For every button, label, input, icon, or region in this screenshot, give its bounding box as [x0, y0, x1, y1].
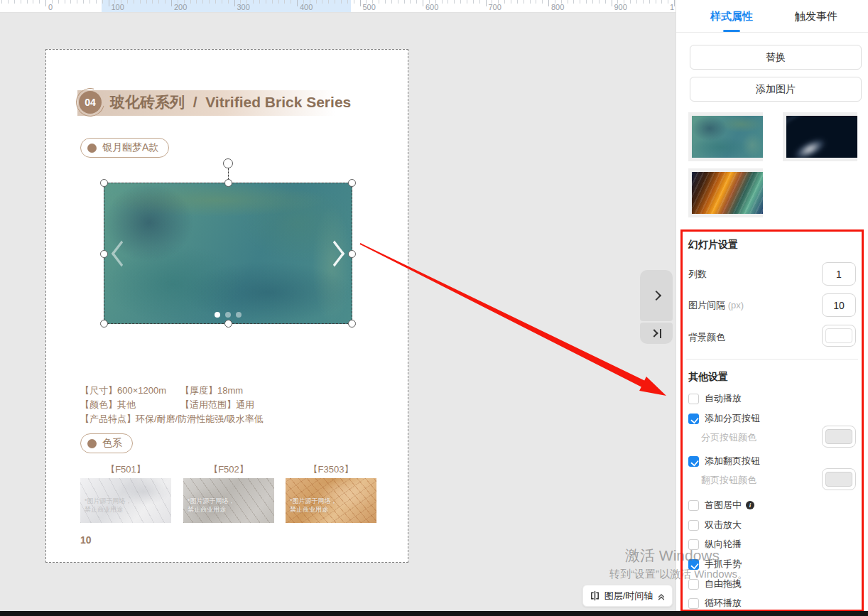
tab-trigger-events[interactable]: 触发事件: [795, 0, 837, 33]
rotation-stem: [228, 168, 229, 180]
bg-color-swatch[interactable]: [822, 325, 856, 347]
image-carousel[interactable]: [104, 183, 352, 324]
thumbnail-orange-streaks[interactable]: [692, 172, 763, 214]
checkbox-row-hand-gesture[interactable]: 手抓手势: [688, 558, 742, 571]
artboard-page[interactable]: 04 玻化砖系列 / Vitrified Brick Series 银月幽梦A款: [45, 49, 408, 563]
app-window: 01002003004005006007008009001 04 玻化砖系列 /…: [0, 0, 868, 616]
checkbox-row-vertical-loop[interactable]: 纵向轮播: [688, 538, 742, 551]
selection-handle-n[interactable]: [224, 179, 232, 187]
slideshow-settings-title: 幻灯片设置: [688, 239, 738, 252]
carousel-prev-icon[interactable]: [112, 240, 131, 266]
flip-color-label: 翻页按钮颜色: [701, 474, 756, 487]
section-number-badge: 04: [79, 91, 102, 114]
thumbnail-teal-texture[interactable]: [692, 116, 763, 158]
canvas-page-nav: [640, 270, 673, 344]
carousel-dot[interactable]: [236, 312, 242, 318]
checkbox-label: 首图居中: [705, 499, 742, 512]
bottom-window-edge: [0, 611, 868, 616]
thumbnail-card[interactable]: [688, 112, 763, 161]
carousel-dot[interactable]: [225, 312, 231, 318]
selection-handle-nw[interactable]: [100, 179, 108, 187]
checkbox-icon[interactable]: [688, 579, 699, 590]
checkbox-checked-icon[interactable]: [688, 414, 699, 424]
section-divider: [686, 359, 858, 360]
rotation-handle[interactable]: [223, 158, 233, 168]
spec-row: 【尺寸】600×1200m 【厚度】18mm: [80, 384, 264, 398]
columns-input[interactable]: 1: [822, 262, 856, 286]
checkbox-label: 纵向轮播: [705, 538, 742, 551]
checkbox-row-add-pagination[interactable]: 添加分页按钮: [688, 412, 760, 425]
checkbox-icon[interactable]: [688, 520, 699, 531]
checkbox-label: 手抓手势: [705, 558, 742, 571]
selection-handle-s[interactable]: [224, 320, 232, 328]
bg-color-label: 背景颜色: [688, 331, 725, 344]
info-icon[interactable]: i: [746, 501, 754, 509]
checkbox-row-double-click-zoom[interactable]: 双击放大: [688, 519, 742, 531]
product-code-f501: 【F501】: [80, 463, 171, 476]
checkbox-row-autoplay[interactable]: 自动播放: [688, 392, 742, 405]
canvas-workspace[interactable]: 04 玻化砖系列 / Vitrified Brick Series 银月幽梦A款: [0, 13, 676, 616]
selection-handle-w[interactable]: [100, 250, 108, 258]
checkbox-label: 自动播放: [705, 392, 742, 405]
next-page-button[interactable]: [640, 270, 673, 321]
model-badge-label: 银月幽梦A款: [102, 141, 158, 154]
layers-timeline-button[interactable]: 图层/时间轴: [582, 585, 673, 607]
top-ruler: 01002003004005006007008009001: [0, 0, 676, 13]
columns-label: 列数: [688, 268, 707, 281]
end-bar-icon: [660, 329, 661, 338]
pagination-color-swatch[interactable]: [822, 426, 856, 448]
checkbox-label: 循环播放: [705, 597, 742, 610]
product-code-f3503: 【F3503】: [286, 463, 376, 476]
carousel-next-icon[interactable]: [325, 240, 345, 266]
title-divider: /: [193, 94, 197, 110]
ruler-selection-highlight: [102, 0, 351, 13]
gap-unit: (px): [728, 300, 744, 310]
carousel-dot-active[interactable]: [215, 312, 220, 318]
checkbox-label: 自由拖拽: [705, 578, 742, 590]
selection-handle-sw[interactable]: [100, 320, 108, 328]
last-page-button[interactable]: [640, 323, 673, 344]
checkbox-row-loop-play[interactable]: 循环播放: [688, 597, 742, 610]
checkbox-icon[interactable]: [688, 598, 699, 609]
checkbox-icon[interactable]: [688, 394, 699, 404]
spec-scope: 【适用范围】通用: [180, 398, 254, 412]
checkbox-row-free-drag[interactable]: 自由拖拽: [688, 578, 742, 590]
other-settings-title: 其他设置: [688, 371, 728, 384]
carousel-dots[interactable]: [104, 312, 352, 318]
selection-handle-e[interactable]: [348, 250, 356, 258]
add-image-button[interactable]: 添加图片: [690, 77, 862, 102]
product-image-f3503: *图片源于网络，禁止商业用途: [286, 478, 376, 523]
title-cn: 玻化砖系列: [110, 94, 185, 110]
product-specs: 【尺寸】600×1200m 【厚度】18mm 【颜色】其他 【适用范围】通用 【…: [80, 384, 264, 426]
gap-input[interactable]: 10: [822, 293, 856, 317]
thumbnail-card[interactable]: [688, 168, 763, 217]
image-watermark: *图片源于网络，禁止商业用途: [290, 497, 337, 514]
image-watermark: *图片源于网络，禁止商业用途: [85, 497, 132, 514]
checkbox-checked-icon[interactable]: [688, 559, 699, 570]
checkbox-row-add-flip[interactable]: 添加翻页按钮: [688, 455, 760, 468]
checkbox-icon[interactable]: [688, 539, 699, 550]
checkbox-label: 添加分页按钮: [705, 412, 760, 425]
thumbnail-card[interactable]: [783, 112, 857, 161]
checkbox-checked-icon[interactable]: [688, 456, 699, 467]
checkbox-label: 双击放大: [705, 519, 742, 531]
color-series-badge: 色系: [80, 433, 133, 453]
checkbox-row-first-centered[interactable]: 首图居中 i: [688, 499, 754, 512]
replace-button[interactable]: 替换: [690, 45, 862, 70]
selection-handle-ne[interactable]: [348, 179, 356, 187]
spec-size: 【尺寸】600×1200m: [80, 384, 180, 398]
page-number: 10: [80, 534, 92, 546]
checkbox-icon[interactable]: [688, 500, 699, 511]
flip-color-swatch[interactable]: [822, 468, 856, 490]
active-tab-underline: [723, 30, 740, 32]
selection-handle-se[interactable]: [348, 320, 356, 328]
spec-thickness: 【厚度】18mm: [180, 384, 243, 398]
thumbnail-blue-light-swirl[interactable]: [786, 116, 857, 158]
spec-color: 【颜色】其他: [80, 398, 180, 412]
layers-timeline-icon: [590, 590, 600, 601]
title-en: Vitrified Brick Series: [205, 94, 351, 110]
panel-tabs: 样式属性 触发事件: [676, 0, 868, 33]
collapse-up-icon: [657, 592, 666, 600]
tab-style-properties[interactable]: 样式属性: [710, 0, 753, 33]
spec-row: 【颜色】其他 【适用范围】通用: [80, 398, 264, 412]
